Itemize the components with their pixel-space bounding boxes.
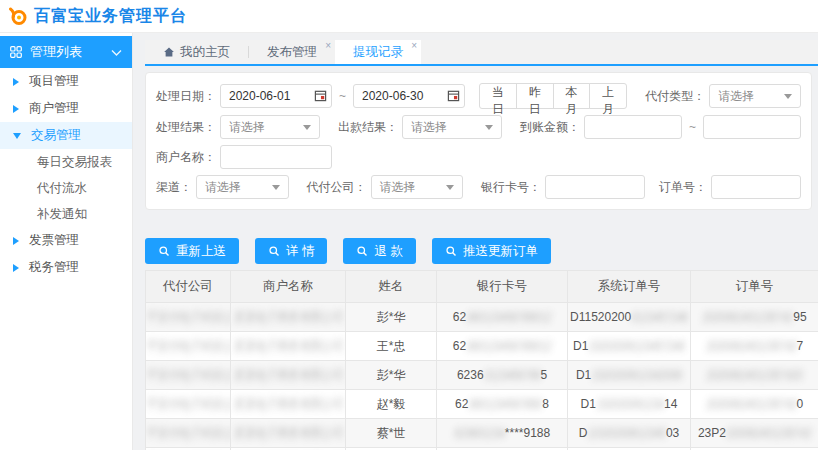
table-row[interactable]: 平安付电子科技公司某某电子商务有限公司蔡*世623601234****9188D…: [146, 419, 818, 448]
cell-text: D1: [581, 397, 596, 411]
cell-text: ****9188: [505, 426, 550, 440]
quick-range-button-当日[interactable]: 当日: [479, 83, 517, 109]
table-cell: 202006240123574295: [691, 303, 818, 332]
tab-发布管理[interactable]: 发布管理×: [249, 40, 335, 64]
pay-company-select[interactable]: 请选择: [371, 175, 464, 199]
bank-card-input[interactable]: [545, 175, 645, 199]
refund-button[interactable]: 退 款: [343, 238, 415, 264]
tab-提现记录[interactable]: 提现记录×: [335, 40, 421, 64]
sidebar-header-label: 管理列表: [30, 43, 82, 61]
table-cell: D11520200612342006: [568, 361, 691, 390]
cell-text: 62: [453, 339, 466, 353]
redacted-text: 360123456789012: [466, 338, 552, 354]
records-table-wrap: 代付公司商户名称姓名银行卡号系统订单号订单号 平安付电子科技公司某某电子商务有限…: [145, 270, 818, 450]
quick-range-button-上月[interactable]: 上月: [589, 83, 627, 109]
table-header-cell: 订单号: [691, 271, 818, 303]
table-row[interactable]: 平安付电子科技公司某某电子商务有限公司王*忠62360123456789012D…: [146, 332, 818, 361]
table-row[interactable]: 平安付电子科技公司某某电子商务有限公司赵*毅6236012345678908D1…: [146, 390, 818, 419]
sidebar-item-label: 税务管理: [29, 259, 79, 276]
sidebar-item-税务管理[interactable]: 税务管理: [0, 254, 132, 281]
pay-type-select[interactable]: 请选择: [709, 84, 801, 108]
bank-card-label: 银行卡号：: [481, 179, 541, 196]
chevron-down-icon[interactable]: [111, 45, 122, 60]
cell-text: 03: [666, 426, 679, 440]
amount-to-input[interactable]: [703, 115, 801, 139]
push-update-order-button[interactable]: 推送更新订单: [432, 238, 551, 264]
caret-right-icon: [13, 264, 19, 272]
table-cell: 某某电子商务有限公司: [231, 332, 346, 361]
date-from-input[interactable]: [220, 84, 332, 108]
order-no-input[interactable]: [711, 175, 801, 199]
cell-text: 赵*毅: [377, 397, 406, 411]
redacted-text: 平安付电子科技公司: [146, 394, 231, 414]
close-icon[interactable]: ×: [325, 41, 331, 51]
tab-我的主页[interactable]: 我的主页: [145, 40, 248, 64]
table-cell: 623601234****9188: [437, 419, 568, 448]
cell-text: 6236: [457, 368, 484, 382]
filter-panel: 处理日期： ~: [145, 72, 812, 210]
redacted-text: 平安付电子科技公司: [146, 423, 231, 443]
sidebar-item-label: 发票管理: [29, 232, 79, 249]
channel-select[interactable]: 请选择: [196, 175, 289, 199]
caret-right-icon: [13, 237, 19, 245]
redacted-text: 某某电子商务有限公司: [232, 394, 343, 414]
quick-range-button-昨日[interactable]: 昨日: [516, 83, 554, 109]
payout-result-select[interactable]: 请选择: [402, 115, 502, 139]
sidebar-item-label: 商户管理: [29, 100, 79, 117]
table-cell: D115202006123457246: [568, 303, 691, 332]
sidebar-item-label: 交易管理: [31, 127, 81, 144]
table-cell: 彭*华: [346, 361, 437, 390]
table-cell: 平安付电子科技公司: [146, 361, 231, 390]
table-cell: 某某电子商务有限公司: [231, 419, 346, 448]
table-cell: 平安付电子科技公司: [146, 419, 231, 448]
quick-range-button-本月[interactable]: 本月: [553, 83, 591, 109]
search-icon: [268, 245, 280, 257]
payout-result-label: 出款结果：: [338, 119, 398, 136]
date-to-input[interactable]: [353, 84, 465, 108]
filter-row-1: 处理日期： ~: [156, 83, 801, 109]
caret-right-icon: [13, 105, 19, 113]
redacted-text: 某某电子商务有限公司: [232, 307, 343, 327]
caret-down-icon: [13, 133, 21, 139]
cell-text: 62: [453, 310, 466, 324]
home-icon: [163, 46, 175, 58]
redacted-text: 152020061234: [595, 396, 664, 412]
table-cell: 20200624012357420: [691, 361, 818, 390]
table-cell: 623601234567895: [437, 361, 568, 390]
resend-button[interactable]: 重新上送: [145, 238, 239, 264]
search-icon: [445, 245, 457, 257]
sidebar-item-发票管理[interactable]: 发票管理: [0, 227, 132, 254]
redacted-text: 2020062401235742: [705, 338, 797, 354]
redacted-text: 平安付电子科技公司: [146, 336, 231, 356]
table-cell: 20200624012357427: [691, 332, 818, 361]
merchant-name-input[interactable]: [220, 145, 332, 169]
button-label: 详 情: [286, 243, 314, 260]
table-cell: 某某电子商务有限公司: [231, 303, 346, 332]
table-cell: 彭*华: [346, 303, 437, 332]
sidebar-subitem-代付流水[interactable]: 代付流水: [0, 175, 132, 201]
redacted-text: 平安付电子科技公司: [146, 307, 231, 327]
cell-text: 0: [797, 397, 804, 411]
table-row[interactable]: 平安付电子科技公司某某电子商务有限公司彭*华623601234567895D11…: [146, 361, 818, 390]
sidebar-subitem-每日交易报表[interactable]: 每日交易报表: [0, 149, 132, 175]
button-label: 重新上送: [176, 243, 226, 260]
sidebar-item-项目管理[interactable]: 项目管理: [0, 68, 132, 95]
table-cell: 23P2020062401235742: [691, 419, 818, 448]
redacted-text: 某某电子商务有限公司: [232, 365, 343, 385]
action-buttons: 重新上送详 情退 款推送更新订单: [145, 238, 818, 264]
app-logo-icon: [8, 6, 28, 26]
redacted-text: 020062401235742: [725, 425, 811, 441]
table-cell: D115202006123457246: [568, 332, 691, 361]
cell-text: 彭*华: [377, 368, 406, 382]
app-header: 百富宝业务管理平台: [0, 0, 818, 33]
detail-button[interactable]: 详 情: [255, 238, 327, 264]
sidebar-item-交易管理[interactable]: 交易管理: [0, 122, 132, 149]
amount-from-input[interactable]: [584, 115, 682, 139]
sidebar-header[interactable]: 管理列表: [0, 36, 132, 68]
table-row[interactable]: 平安付电子科技公司某某电子商务有限公司彭*华62360123456789012D…: [146, 303, 818, 332]
close-icon[interactable]: ×: [411, 41, 417, 51]
sidebar-item-商户管理[interactable]: 商户管理: [0, 95, 132, 122]
sidebar-subitem-补发通知[interactable]: 补发通知: [0, 201, 132, 227]
cell-text: 14: [664, 397, 677, 411]
process-result-select[interactable]: 请选择: [220, 115, 320, 139]
